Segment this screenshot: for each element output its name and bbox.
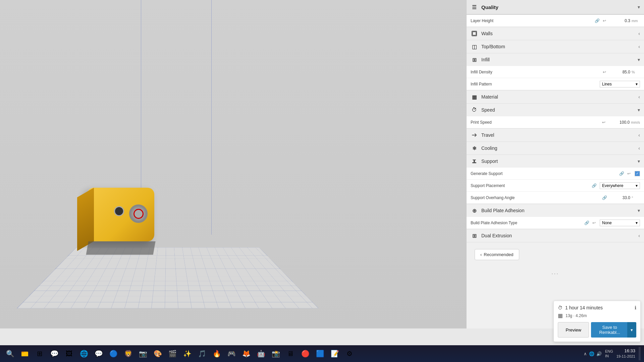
recommended-button[interactable]: ‹ Recommended: [475, 249, 519, 260]
adhesion-type-chevron: ▾: [636, 221, 638, 225]
layer-height-label: Layer Height: [471, 18, 594, 23]
taskbar-clock[interactable]: 16:33 19-11-2021: [616, 348, 635, 359]
layer-height-reset-icon[interactable]: ↩: [601, 18, 607, 24]
save-label: Save to Remkabl...: [595, 325, 624, 335]
model-body: [87, 188, 154, 241]
svg-rect-6: [21, 352, 28, 356]
adhesion-type-icons: 🔗 ↩: [584, 220, 597, 226]
adhesion-link-icon[interactable]: 🔗: [584, 220, 590, 226]
speed-header[interactable]: ⏱ Speed ▾: [467, 104, 644, 116]
build-plate-header[interactable]: ⊕ Build Plate Adhesion ▾: [467, 204, 644, 217]
volume-icon[interactable]: 🔊: [596, 351, 602, 356]
crosshair-horizontal: [211, 0, 212, 235]
taskbar-settings[interactable]: ⚙: [343, 347, 356, 360]
taskbar-epic2[interactable]: 🔴: [299, 347, 312, 360]
infill-pattern-dropdown[interactable]: Lines ▾: [600, 81, 640, 87]
taskbar-app2[interactable]: 🖥: [284, 347, 297, 360]
quality-header[interactable]: ☰ Quality ▾: [467, 0, 644, 15]
infill-header[interactable]: ⊞ Infill ▾: [467, 53, 644, 66]
model-circle-inner: [133, 209, 144, 219]
show-desktop-button[interactable]: [639, 347, 641, 360]
print-speed-value[interactable]: 100.0: [609, 120, 630, 125]
layer-height-value[interactable]: 0.3: [610, 18, 630, 23]
infill-section: ⊞ Infill ▾ Infill Density ↩ 85.0 % Infil…: [467, 53, 644, 90]
taskbar-file-explorer[interactable]: [18, 347, 32, 360]
layer-height-link-icon[interactable]: 🔗: [594, 18, 600, 24]
three-dots[interactable]: ...: [467, 267, 644, 278]
save-dropdown-button[interactable]: ▾: [627, 322, 636, 338]
taskbar-steam[interactable]: 🎮: [225, 347, 238, 360]
support-placement-dropdown[interactable]: Everywhere ▾: [600, 182, 640, 189]
generate-support-reset-icon[interactable]: ↩: [626, 171, 632, 177]
taskbar-audition[interactable]: 🎵: [195, 347, 209, 360]
print-time-row: ⏱ 1 hour 14 minutes ℹ: [558, 305, 636, 310]
taskbar-app3[interactable]: 🟦: [313, 347, 327, 360]
travel-header[interactable]: Travel ‹: [467, 129, 644, 141]
preview-button[interactable]: Preview: [558, 322, 589, 338]
generate-support-checkbox[interactable]: ✓: [635, 171, 640, 176]
taskbar-premiere[interactable]: 🎬: [166, 347, 179, 360]
build-plate-section: ⊕ Build Plate Adhesion ▾ Build Plate Adh…: [467, 204, 644, 229]
support-placement-label: Support Placement: [471, 183, 591, 188]
taskbar-brave[interactable]: 🦁: [121, 347, 135, 360]
dual-extrusion-header[interactable]: ⊞ Dual Extrusion ‹: [467, 229, 644, 242]
windows-taskbar: 🔍 ⊞ 💬 🖼 🌐 💬 🔵 🦁 📷 🎨 🎬 ✨ 🎵 🔥 🎮 🦊 🤖 📸 🖥 🔴 …: [0, 345, 644, 362]
walls-icon: [471, 30, 478, 37]
quality-title: Quality: [481, 4, 635, 10]
support-section: Support ▾ Generate Support 🔗 ↩ ✓ Support…: [467, 155, 644, 204]
taskbar-figma[interactable]: 🦊: [239, 347, 253, 360]
print-speed-reset-icon[interactable]: ↩: [601, 119, 607, 125]
topbottom-header[interactable]: ◫ Top/Bottom ‹: [467, 40, 644, 53]
infill-title: Infill: [481, 57, 635, 62]
support-chevron: ▾: [638, 159, 640, 164]
adhesion-reset-icon[interactable]: ↩: [591, 220, 597, 226]
taskbar-search[interactable]: 🔍: [3, 347, 17, 360]
3d-viewport[interactable]: [0, 0, 466, 328]
taskbar-app1[interactable]: 🤖: [254, 347, 268, 360]
network-icon[interactable]: 🌐: [589, 351, 594, 356]
taskbar-lightroom[interactable]: 📷: [136, 347, 150, 360]
taskbar-photoshop[interactable]: 🎨: [151, 347, 164, 360]
infill-pattern-value: Lines: [602, 82, 612, 86]
walls-header[interactable]: Walls ‹: [467, 27, 644, 40]
cooling-header[interactable]: ❄ Cooling ‹: [467, 142, 644, 155]
support-icon: [471, 158, 478, 165]
support-header[interactable]: Support ▾: [467, 155, 644, 168]
generate-support-icons: 🔗 ↩: [619, 171, 632, 177]
support-placement-link-icon[interactable]: 🔗: [591, 183, 597, 189]
infill-density-reset-icon[interactable]: ↩: [601, 69, 607, 75]
infill-chevron: ▾: [638, 57, 640, 62]
cooling-section: ❄ Cooling ‹: [467, 142, 644, 155]
taskbar-edge[interactable]: 🌐: [77, 347, 91, 360]
generate-support-link-icon[interactable]: 🔗: [619, 171, 625, 177]
tray-up-arrow[interactable]: ∧: [584, 351, 587, 356]
build-plate-chevron: ▾: [638, 208, 640, 213]
material-icon: ▦: [471, 93, 478, 101]
lang-label: ENG: [605, 349, 613, 353]
info-icon[interactable]: ℹ: [635, 305, 636, 310]
support-overhang-value[interactable]: 33.0: [610, 195, 630, 200]
generate-support-row: Generate Support 🔗 ↩ ✓: [467, 168, 644, 180]
save-button[interactable]: Save to Remkabl...: [591, 322, 628, 338]
taskbar-whatsapp[interactable]: 💬: [92, 347, 105, 360]
taskbar-instagram[interactable]: 📸: [269, 347, 282, 360]
infill-icon: ⊞: [471, 56, 478, 63]
print-speed-unit: mm/s: [631, 120, 640, 124]
taskbar-store[interactable]: ⊞: [33, 347, 46, 360]
infill-density-value[interactable]: 85.0: [610, 70, 630, 74]
taskbar-epic1[interactable]: 🔥: [210, 347, 223, 360]
taskbar-word[interactable]: 📝: [328, 347, 341, 360]
material-header[interactable]: ▦ Material ‹: [467, 90, 644, 103]
print-speed-icons: ↩: [601, 119, 607, 125]
taskbar-chrome[interactable]: 🔵: [107, 347, 120, 360]
dual-extrusion-section: ⊞ Dual Extrusion ‹: [467, 229, 644, 242]
infill-pattern-row: Infill Pattern Lines ▾: [467, 78, 644, 90]
taskbar-photos[interactable]: 🖼: [62, 347, 76, 360]
taskbar-after-effects[interactable]: ✨: [180, 347, 194, 360]
3d-model[interactable]: [74, 181, 168, 255]
taskbar-teams[interactable]: 💬: [48, 347, 61, 360]
infill-density-unit: %: [632, 70, 640, 74]
support-overhang-link-icon[interactable]: 🔗: [601, 195, 607, 201]
quality-content: Layer Height 🔗 ↩ 0.3 mm: [467, 15, 644, 27]
adhesion-type-dropdown[interactable]: None ▾: [600, 220, 640, 226]
